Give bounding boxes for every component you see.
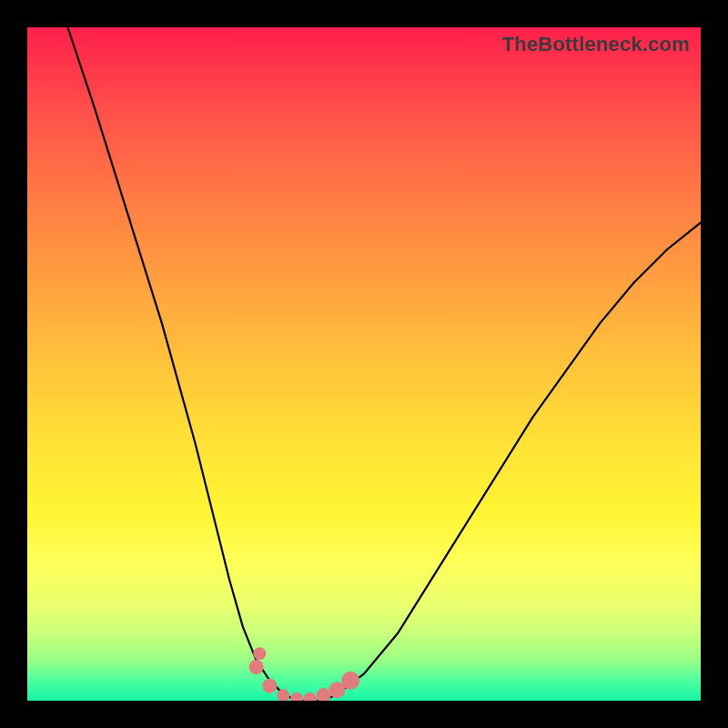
highlight-marker: [290, 693, 303, 701]
chart-frame: TheBottleneck.com: [0, 0, 728, 728]
highlight-marker: [253, 647, 266, 660]
highlight-marker: [304, 693, 317, 701]
highlight-marker: [317, 688, 331, 701]
bottleneck-chart-svg: [27, 27, 701, 701]
highlight-marker: [262, 679, 277, 693]
bottleneck-curve: [67, 27, 701, 701]
highlight-marker: [341, 672, 359, 690]
highlight-marker: [249, 660, 264, 674]
chart-plot-area: TheBottleneck.com: [27, 27, 701, 701]
